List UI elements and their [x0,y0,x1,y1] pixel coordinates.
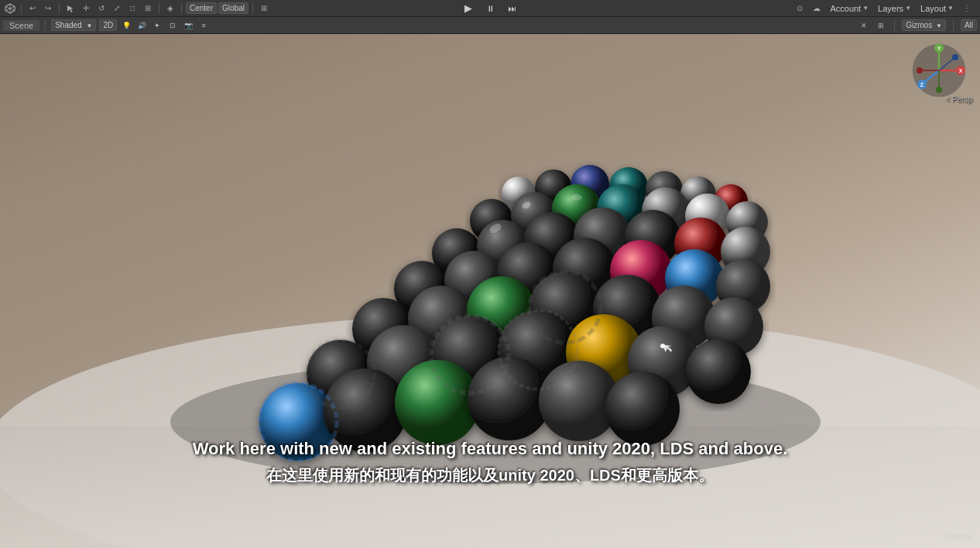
viewport-gizmo[interactable]: Y X Z < Persp [910,42,972,104]
layout-dropdown[interactable]: Layout ▼ [917,3,957,14]
grid-settings-icon[interactable]: ⊞ [875,19,887,32]
grid-icon[interactable]: ⊞ [257,2,271,15]
rotate-icon[interactable]: ↺ [94,2,108,15]
separator-2 [59,3,60,14]
layout-label: Layout [920,4,946,13]
sep2 [894,20,895,31]
cloud-icon[interactable]: ☁ [810,2,824,15]
svg-text:Z: Z [920,82,924,87]
effects-icon[interactable]: ✦ [151,19,163,32]
audio-icon[interactable]: 🔊 [135,19,148,32]
toolbar-left: ↩ ↪ ✛ ↺ ⤢ □ ⊞ ◈ Center Global ⊞ [0,2,793,15]
layout-arrow-icon: ▼ [947,5,954,12]
unity-logo-icon[interactable] [3,2,17,15]
svg-point-62 [571,194,582,200]
step-button[interactable]: ⏭ [504,1,519,16]
svg-text:Y: Y [937,46,941,51]
sep3 [953,20,954,31]
svg-point-77 [917,67,923,74]
layers-label: Layers [878,4,903,13]
top-toolbar: ↩ ↪ ✛ ↺ ⤢ □ ⊞ ◈ Center Global ⊞ ▶ ⏸ ⏭ ⊙ … [0,0,980,17]
custom-tool-icon[interactable]: ◈ [163,2,177,15]
persp-label: < Persp [945,95,972,104]
svg-point-51 [395,360,480,445]
subtitle-english: Work here with new and existing features… [62,437,918,461]
search-icon[interactable]: ⊙ [793,2,807,15]
shading-dropdown[interactable]: Shaded ▼ [51,19,96,31]
rect-icon[interactable]: □ [125,2,139,15]
stats-icon[interactable]: ≡ [197,19,210,32]
move-icon[interactable]: ✛ [79,2,93,15]
scene-viewport[interactable]: Y X Z < Persp Work here with new and exi… [0,34,980,548]
play-button[interactable]: ▶ [461,1,476,16]
separator-5 [252,3,253,14]
camera-icon[interactable]: 📷 [182,19,194,32]
shading-arrow: ▼ [86,22,92,29]
svg-point-79 [952,54,958,60]
redo-icon[interactable]: ↪ [41,2,55,15]
play-controls: ▶ ⏸ ⏭ [461,1,519,16]
gizmo-svg: Y X Z [910,42,968,100]
separator-3 [159,3,159,14]
scale-icon[interactable]: ⤢ [110,2,124,15]
gizmos-dropdown[interactable]: Gizmos ▼ [902,19,946,31]
select-icon[interactable] [63,2,77,15]
sep [45,20,46,31]
subtitle-chinese: 在这里使用新的和现有的功能以及unity 2020、LDS和更高版本。 [62,464,918,486]
svg-point-52 [468,357,551,440]
scene-toolbar: Scene Shaded ▼ 2D 💡 🔊 ✦ ⊡ 📷 ≡ ✕ ⊞ Gizmos… [0,17,980,34]
more-options-icon[interactable]: ⋮ [960,2,974,15]
svg-point-63 [660,344,665,348]
light-icon[interactable]: 💡 [120,19,132,32]
shading-label: Shaded [55,21,81,29]
global-button[interactable]: Global [218,2,248,14]
svg-text:X: X [959,68,963,74]
all-button[interactable]: All [961,19,977,31]
hidden-icon[interactable]: ⊡ [166,19,179,32]
gizmos-label: Gizmos [906,21,932,29]
account-dropdown[interactable]: Account ▼ [827,3,872,14]
svg-point-54 [605,372,680,446]
subtitle-container: Work here with new and existing features… [0,437,980,486]
gizmos-arrow: ▼ [936,22,942,29]
close-viewport-icon[interactable]: ✕ [858,19,870,32]
layers-arrow-icon: ▼ [905,5,911,12]
svg-point-75 [936,87,942,93]
toolbar-right: ⊙ ☁ Account ▼ Layers ▼ Layout ▼ ⋮ [793,2,980,15]
udemy-watermark: Udemy [943,531,972,542]
scene-toolbar-right: ✕ ⊞ Gizmos ▼ All [858,19,977,32]
account-label: Account [830,4,861,13]
separator-1 [21,3,22,14]
svg-point-48 [686,339,751,404]
scene-tab-label[interactable]: Scene [3,20,39,31]
transform-icon[interactable]: ⊞ [141,2,155,15]
center-button[interactable]: Center [186,2,217,14]
account-arrow-icon: ▼ [862,5,869,12]
pause-button[interactable]: ⏸ [482,1,498,16]
view-mode-button[interactable]: 2D [99,19,117,31]
layers-dropdown[interactable]: Layers ▼ [875,3,914,14]
undo-icon[interactable]: ↩ [26,2,39,15]
separator-4 [181,3,182,14]
